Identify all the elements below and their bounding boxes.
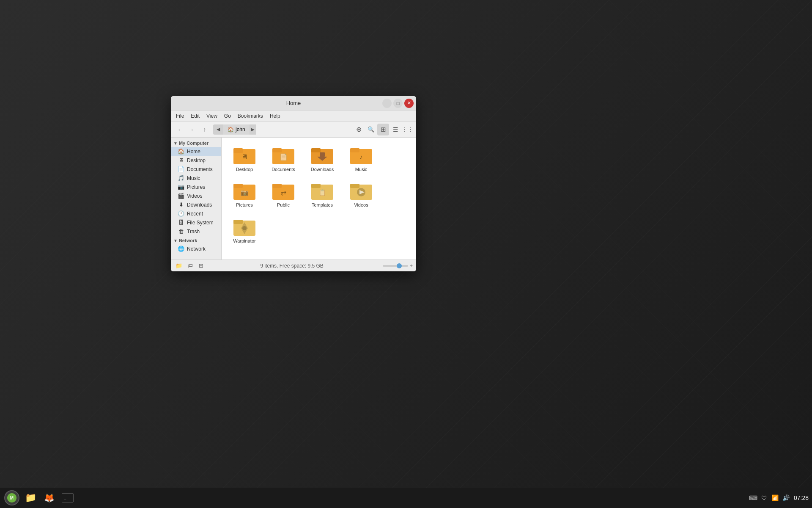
svg-rect-15 xyxy=(350,148,359,152)
file-item-templates[interactable]: 📋 Templates xyxy=(304,177,341,211)
toolbar-right: ⊕ 🔍 ⊞ ☰ ⋮⋮ xyxy=(353,124,414,135)
sidebar-item-videos-label: Videos xyxy=(187,193,202,199)
sidebar-item-music[interactable]: 🎵 Music xyxy=(171,174,221,182)
taskbar-mint-menu[interactable]: M xyxy=(3,489,20,506)
sidebar-item-desktop-label: Desktop xyxy=(187,157,206,163)
menu-file[interactable]: File xyxy=(173,112,187,120)
search-button[interactable]: 🔍 xyxy=(365,124,377,135)
sidebar-item-trash[interactable]: 🗑 Trash xyxy=(171,227,221,236)
file-item-videos[interactable]: Videos xyxy=(343,177,380,211)
svg-text:📷: 📷 xyxy=(241,189,249,196)
sidebar-section-network-header[interactable]: ▼ Network xyxy=(171,237,221,244)
icon-view-button[interactable]: ⊞ xyxy=(377,124,389,135)
statusbar-folder-btn[interactable]: 📁 xyxy=(174,261,184,271)
up-button[interactable]: ↑ xyxy=(199,124,211,135)
svg-rect-5 xyxy=(233,148,243,152)
mint-menu-button[interactable]: M xyxy=(4,490,19,505)
file-label-public: Public xyxy=(277,202,290,208)
statusbar-tag-btn[interactable]: 🏷 xyxy=(185,261,195,271)
folder-documents-icon: 📄 xyxy=(272,145,294,165)
menu-help[interactable]: Help xyxy=(266,112,284,120)
menu-view-button[interactable]: ⋮⋮ xyxy=(402,124,414,135)
menubar: File Edit View Go Bookmarks Help xyxy=(171,110,416,121)
forward-button[interactable]: › xyxy=(186,124,198,135)
svg-rect-31 xyxy=(233,220,243,224)
file-label-videos: Videos xyxy=(354,202,368,208)
menu-bookmarks[interactable]: Bookmarks xyxy=(234,112,266,120)
sidebar-item-documents[interactable]: 📄 Documents xyxy=(171,165,221,174)
minimize-button[interactable]: — xyxy=(382,99,392,108)
sidebar-item-recent-label: Recent xyxy=(187,211,203,217)
toolbar: ‹ › ↑ ◀ 🏠 john ▶ ⊕ 🔍 ⊞ ☰ ⋮⋮ xyxy=(171,121,416,138)
downloads-icon: ⬇ xyxy=(178,202,184,208)
sidebar-item-downloads-label: Downloads xyxy=(187,202,212,208)
taskbar-shield-icon[interactable]: 🛡 xyxy=(760,494,768,502)
list-view-button[interactable]: ☰ xyxy=(390,124,401,135)
sidebar-item-filesystem[interactable]: 🗄 File System xyxy=(171,218,221,227)
taskbar-network-icon[interactable]: 📶 xyxy=(771,494,779,502)
zoom-button[interactable]: ⊕ xyxy=(353,124,365,135)
taskbar-system-icons: ⌨ 🛡 📶 🔊 xyxy=(749,494,790,502)
svg-rect-8 xyxy=(272,148,282,152)
statusbar-layout-btn[interactable]: ⊞ xyxy=(196,261,206,271)
statusbar-right: – + xyxy=(378,263,413,269)
window-controls: — □ ✕ xyxy=(382,99,414,108)
path-toggle-button[interactable]: ◀ xyxy=(213,124,223,135)
filesystem-icon: 🗄 xyxy=(178,219,184,226)
sidebar-item-documents-label: Documents xyxy=(187,166,213,172)
pictures-icon: 📷 xyxy=(178,184,184,190)
menu-go[interactable]: Go xyxy=(221,112,234,120)
network-icon: 🌐 xyxy=(178,246,184,252)
taskbar-terminal-app[interactable]: _ xyxy=(59,489,76,506)
sidebar-item-downloads[interactable]: ⬇ Downloads xyxy=(171,200,221,209)
sidebar-item-pictures[interactable]: 📷 Pictures xyxy=(171,182,221,191)
taskbar-files-app[interactable]: 📁 xyxy=(22,489,39,506)
folder-public-icon: ⇄ xyxy=(272,181,294,200)
sidebar-section-network-label: Network xyxy=(179,238,197,243)
file-label-pictures: Pictures xyxy=(236,202,253,208)
path-segment-home[interactable]: 🏠 john xyxy=(223,124,250,135)
taskbar-keyboard-icon[interactable]: ⌨ xyxy=(749,494,757,502)
maximize-button[interactable]: □ xyxy=(393,99,403,108)
sidebar-item-music-label: Music xyxy=(187,175,200,181)
taskbar-left: M 📁 🦊 _ xyxy=(3,489,76,506)
menu-view[interactable]: View xyxy=(203,112,221,120)
svg-text:♪: ♪ xyxy=(359,153,363,160)
taskbar-volume-icon[interactable]: 🔊 xyxy=(782,494,790,502)
zoom-slider[interactable] xyxy=(383,265,408,267)
taskbar-firefox-app[interactable]: 🦊 xyxy=(41,489,58,506)
sidebar-item-videos[interactable]: 🎬 Videos xyxy=(171,191,221,200)
window-title: Home xyxy=(286,100,301,106)
svg-text:📄: 📄 xyxy=(280,153,288,161)
folder-templates-icon: 📋 xyxy=(311,181,333,200)
close-button[interactable]: ✕ xyxy=(404,99,414,108)
path-arrow-button[interactable]: ▶ xyxy=(250,124,256,135)
file-item-desktop[interactable]: 🖥 Desktop xyxy=(226,142,263,176)
file-label-downloads: Downloads xyxy=(311,166,334,172)
zoom-thumb xyxy=(397,263,402,268)
sidebar-item-home[interactable]: 🏠 Home xyxy=(171,147,221,156)
file-item-pictures[interactable]: 📷 Pictures xyxy=(226,177,263,211)
sidebar-item-network[interactable]: 🌐 Network xyxy=(171,244,221,253)
sidebar-item-network-label: Network xyxy=(187,246,206,252)
back-button[interactable]: ‹ xyxy=(173,124,185,135)
sidebar-item-desktop[interactable]: 🖥 Desktop xyxy=(171,156,221,165)
file-item-downloads[interactable]: Downloads xyxy=(304,142,341,176)
menu-edit[interactable]: Edit xyxy=(187,112,203,120)
file-item-documents[interactable]: 📄 Documents xyxy=(265,142,302,176)
file-item-warpinator[interactable]: Warpinator xyxy=(226,213,263,247)
sidebar-item-home-label: Home xyxy=(187,149,200,155)
file-item-public[interactable]: ⇄ Public xyxy=(265,177,302,211)
sidebar-section-computer-header[interactable]: ▼ My Computer xyxy=(171,139,221,147)
svg-text:📋: 📋 xyxy=(318,189,326,196)
file-label-warpinator: Warpinator xyxy=(233,238,255,244)
music-icon: 🎵 xyxy=(178,175,184,181)
statusbar-info: 9 items, Free space: 9.5 GB xyxy=(206,263,378,269)
sidebar-item-recent[interactable]: 🕐 Recent xyxy=(171,209,221,218)
sidebar-section-computer: ▼ My Computer 🏠 Home 🖥 Desktop 📄 Documen… xyxy=(171,139,221,236)
file-item-music[interactable]: ♪ Music xyxy=(343,142,380,176)
sidebar-section-computer-label: My Computer xyxy=(179,141,208,146)
sidebar-item-trash-label: Trash xyxy=(187,229,200,235)
taskbar: M 📁 🦊 _ ⌨ 🛡 📶 🔊 07:28 xyxy=(0,488,812,508)
mint-logo: M xyxy=(7,493,16,502)
